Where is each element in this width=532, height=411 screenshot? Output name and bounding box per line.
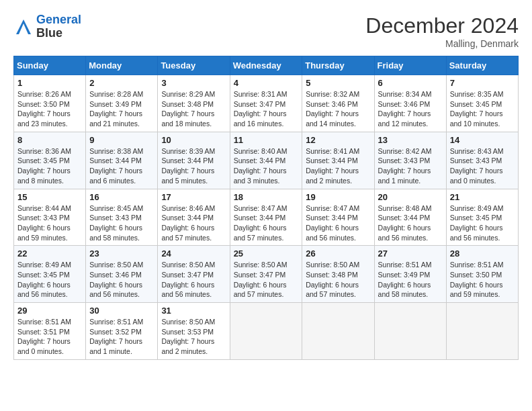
calendar-cell: 5Sunrise: 8:32 AMSunset: 3:46 PMDaylight… [302,75,374,132]
weekday-header: Saturday [446,56,518,75]
page-header: GeneralBlue December 2024 Malling, Denma… [13,13,519,49]
calendar-cell: 1Sunrise: 8:26 AMSunset: 3:50 PMDaylight… [14,75,86,132]
calendar-cell: 8Sunrise: 8:36 AMSunset: 3:45 PMDaylight… [14,132,86,189]
calendar-cell: 2Sunrise: 8:28 AMSunset: 3:49 PMDaylight… [86,75,158,132]
day-number: 26 [306,248,370,259]
day-number: 28 [450,248,515,259]
day-number: 9 [89,135,154,145]
month-title: December 2024 [365,13,519,38]
day-number: 24 [161,248,226,259]
cell-content: Sunrise: 8:45 AMSunset: 3:43 PMDaylight:… [89,204,143,242]
calendar-cell: 14Sunrise: 8:43 AMSunset: 3:43 PMDayligh… [446,132,518,189]
day-number: 11 [234,135,299,145]
calendar-cell: 30Sunrise: 8:51 AMSunset: 3:52 PMDayligh… [86,303,158,360]
calendar-cell: 27Sunrise: 8:51 AMSunset: 3:49 PMDayligh… [374,246,446,303]
calendar-cell: 3Sunrise: 8:29 AMSunset: 3:48 PMDaylight… [158,75,230,132]
calendar-cell [374,303,446,360]
calendar-cell: 13Sunrise: 8:42 AMSunset: 3:43 PMDayligh… [374,132,446,189]
cell-content: Sunrise: 8:41 AMSunset: 3:44 PMDaylight:… [306,147,359,185]
calendar-cell: 29Sunrise: 8:51 AMSunset: 3:51 PMDayligh… [14,303,86,360]
cell-content: Sunrise: 8:28 AMSunset: 3:49 PMDaylight:… [89,90,143,128]
day-number: 8 [17,135,82,145]
cell-content: Sunrise: 8:43 AMSunset: 3:43 PMDaylight:… [450,147,504,185]
calendar-cell: 21Sunrise: 8:49 AMSunset: 3:45 PMDayligh… [446,189,518,246]
day-number: 29 [17,306,82,316]
calendar-body: 1Sunrise: 8:26 AMSunset: 3:50 PMDaylight… [14,75,519,360]
cell-content: Sunrise: 8:34 AMSunset: 3:46 PMDaylight:… [378,90,432,128]
calendar-cell: 6Sunrise: 8:34 AMSunset: 3:46 PMDaylight… [374,75,446,132]
calendar-cell: 17Sunrise: 8:46 AMSunset: 3:44 PMDayligh… [158,189,230,246]
logo-text: GeneralBlue [36,13,81,40]
calendar-week-row: 15Sunrise: 8:44 AMSunset: 3:43 PMDayligh… [14,189,519,246]
day-number: 4 [234,78,299,88]
cell-content: Sunrise: 8:50 AMSunset: 3:48 PMDaylight:… [306,261,359,298]
cell-content: Sunrise: 8:44 AMSunset: 3:43 PMDaylight:… [17,204,71,242]
cell-content: Sunrise: 8:50 AMSunset: 3:47 PMDaylight:… [161,261,215,298]
calendar-week-row: 22Sunrise: 8:49 AMSunset: 3:45 PMDayligh… [14,246,519,303]
day-number: 23 [89,248,154,259]
calendar-cell: 22Sunrise: 8:49 AMSunset: 3:45 PMDayligh… [14,246,86,303]
calendar-cell: 19Sunrise: 8:47 AMSunset: 3:44 PMDayligh… [302,189,374,246]
calendar-cell: 28Sunrise: 8:51 AMSunset: 3:50 PMDayligh… [446,246,518,303]
cell-content: Sunrise: 8:31 AMSunset: 3:47 PMDaylight:… [234,90,287,128]
day-number: 18 [234,192,299,202]
weekday-header: Tuesday [158,56,230,75]
weekday-header: Wednesday [230,56,302,75]
cell-content: Sunrise: 8:47 AMSunset: 3:44 PMDaylight:… [306,204,359,242]
day-number: 6 [378,78,443,88]
cell-content: Sunrise: 8:39 AMSunset: 3:44 PMDaylight:… [161,147,215,185]
calendar-cell: 26Sunrise: 8:50 AMSunset: 3:48 PMDayligh… [302,246,374,303]
calendar-cell: 12Sunrise: 8:41 AMSunset: 3:44 PMDayligh… [302,132,374,189]
cell-content: Sunrise: 8:42 AMSunset: 3:43 PMDaylight:… [378,147,432,185]
day-number: 14 [450,135,515,145]
title-block: December 2024 Malling, Denmark [365,13,519,49]
day-number: 30 [89,306,154,316]
cell-content: Sunrise: 8:51 AMSunset: 3:49 PMDaylight:… [378,261,432,298]
calendar-week-row: 8Sunrise: 8:36 AMSunset: 3:45 PMDaylight… [14,132,519,189]
weekday-header: Friday [374,56,446,75]
calendar-cell: 4Sunrise: 8:31 AMSunset: 3:47 PMDaylight… [230,75,302,132]
cell-content: Sunrise: 8:51 AMSunset: 3:50 PMDaylight:… [450,261,504,298]
day-number: 20 [378,192,443,202]
calendar-cell: 25Sunrise: 8:50 AMSunset: 3:47 PMDayligh… [230,246,302,303]
cell-content: Sunrise: 8:38 AMSunset: 3:44 PMDaylight:… [89,147,143,185]
calendar-cell: 23Sunrise: 8:50 AMSunset: 3:46 PMDayligh… [86,246,158,303]
cell-content: Sunrise: 8:50 AMSunset: 3:47 PMDaylight:… [234,261,287,298]
calendar-cell [446,303,518,360]
day-number: 5 [306,78,370,88]
day-number: 3 [161,78,226,88]
cell-content: Sunrise: 8:49 AMSunset: 3:45 PMDaylight:… [17,261,71,298]
day-number: 16 [89,192,154,202]
calendar-cell: 31Sunrise: 8:50 AMSunset: 3:53 PMDayligh… [158,303,230,360]
day-number: 13 [378,135,443,145]
day-number: 10 [161,135,226,145]
cell-content: Sunrise: 8:47 AMSunset: 3:44 PMDaylight:… [234,204,287,242]
cell-content: Sunrise: 8:35 AMSunset: 3:45 PMDaylight:… [450,90,504,128]
logo: GeneralBlue [13,13,81,40]
cell-content: Sunrise: 8:29 AMSunset: 3:48 PMDaylight:… [161,90,215,128]
day-number: 31 [161,306,226,316]
cell-content: Sunrise: 8:40 AMSunset: 3:44 PMDaylight:… [234,147,287,185]
calendar-cell: 10Sunrise: 8:39 AMSunset: 3:44 PMDayligh… [158,132,230,189]
calendar-table: SundayMondayTuesdayWednesdayThursdayFrid… [13,56,519,360]
calendar-cell: 16Sunrise: 8:45 AMSunset: 3:43 PMDayligh… [86,189,158,246]
calendar-week-row: 1Sunrise: 8:26 AMSunset: 3:50 PMDaylight… [14,75,519,132]
day-number: 22 [17,248,82,259]
day-number: 21 [450,192,515,202]
cell-content: Sunrise: 8:48 AMSunset: 3:44 PMDaylight:… [378,204,432,242]
day-number: 1 [17,78,82,88]
calendar-cell: 11Sunrise: 8:40 AMSunset: 3:44 PMDayligh… [230,132,302,189]
calendar-cell [230,303,302,360]
cell-content: Sunrise: 8:51 AMSunset: 3:51 PMDaylight:… [17,318,71,355]
weekday-header: Sunday [14,56,86,75]
cell-content: Sunrise: 8:50 AMSunset: 3:53 PMDaylight:… [161,318,215,355]
weekday-row: SundayMondayTuesdayWednesdayThursdayFrid… [14,56,519,75]
calendar-week-row: 29Sunrise: 8:51 AMSunset: 3:51 PMDayligh… [14,303,519,360]
day-number: 7 [450,78,515,88]
day-number: 12 [306,135,370,145]
cell-content: Sunrise: 8:46 AMSunset: 3:44 PMDaylight:… [161,204,215,242]
calendar-cell [302,303,374,360]
cell-content: Sunrise: 8:50 AMSunset: 3:46 PMDaylight:… [89,261,143,298]
calendar-cell: 7Sunrise: 8:35 AMSunset: 3:45 PMDaylight… [446,75,518,132]
location: Malling, Denmark [365,38,519,49]
